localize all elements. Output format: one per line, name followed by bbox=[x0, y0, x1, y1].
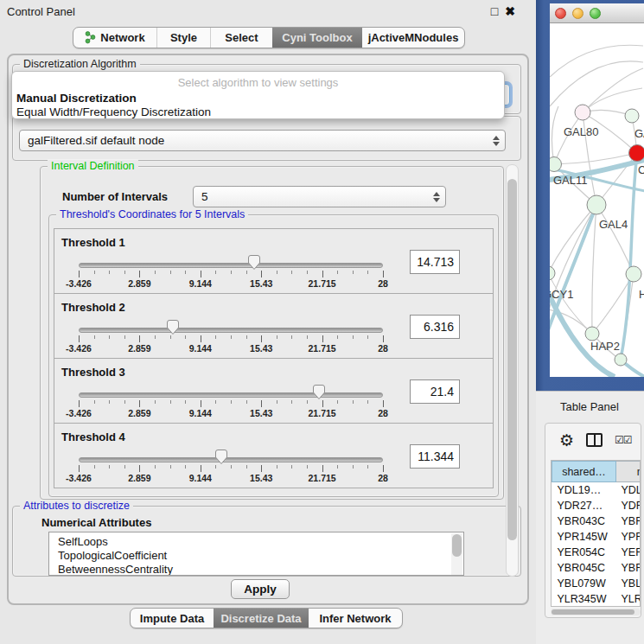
network-edge-teal[interactable] bbox=[621, 153, 637, 360]
network-node[interactable] bbox=[585, 327, 599, 341]
network-node[interactable] bbox=[550, 266, 555, 280]
node-table[interactable]: shared…name YDL19…YDL19…YDR27…YDR27…YBR0… bbox=[551, 460, 641, 607]
table-cell[interactable]: YBR043C bbox=[552, 513, 616, 529]
option-manual-discretization[interactable]: Manual Discretization bbox=[16, 92, 500, 105]
option-equal-width-frequency[interactable]: Equal Width/Frequency Discretization bbox=[16, 105, 500, 118]
table-data-select[interactable]: galFiltered.sif default node bbox=[19, 130, 506, 151]
tab-impute-data[interactable]: Impute Data bbox=[131, 609, 214, 628]
table-row[interactable]: YDL19…YDL19… bbox=[552, 482, 641, 498]
table-cell[interactable]: YLR345W bbox=[552, 591, 616, 607]
table-column-header[interactable]: shared… bbox=[552, 462, 616, 482]
attribute-list-item[interactable]: SelfLoops bbox=[58, 535, 463, 549]
tab-cyni-toolbox[interactable]: Cyni Toolbox bbox=[272, 28, 362, 48]
network-node[interactable] bbox=[615, 354, 627, 366]
network-edge[interactable] bbox=[592, 205, 596, 334]
slider-tick bbox=[322, 335, 323, 342]
attributes-list-scrollbar[interactable] bbox=[451, 533, 462, 575]
network-edge[interactable] bbox=[596, 205, 634, 274]
table-cell[interactable]: YER054C bbox=[616, 545, 641, 560]
network-node[interactable] bbox=[575, 105, 590, 120]
network-node[interactable] bbox=[625, 109, 639, 123]
threshold-value-field[interactable]: 6.316 bbox=[410, 315, 460, 339]
table-cell[interactable]: YDR27… bbox=[616, 498, 641, 513]
table-cell[interactable]: YBL079W bbox=[616, 576, 641, 591]
tab-infer-network[interactable]: Infer Network bbox=[309, 609, 402, 628]
table-row[interactable]: YER054CYER054C bbox=[552, 545, 641, 560]
settings-scrollbar-thumb[interactable] bbox=[507, 179, 517, 540]
threshold-value-field[interactable]: 21.4 bbox=[410, 379, 460, 404]
threshold-slider-thumb[interactable] bbox=[312, 384, 326, 400]
settings-scrollbar[interactable] bbox=[506, 164, 519, 577]
threshold-value-field[interactable]: 14.713 bbox=[410, 250, 460, 274]
table-cell[interactable]: YER054C bbox=[552, 545, 616, 560]
network-node[interactable] bbox=[629, 145, 644, 162]
attribute-list-item[interactable]: TopologicalCoefficient bbox=[58, 549, 463, 563]
table-row[interactable]: YIL052CYIL052C bbox=[552, 607, 641, 608]
slider-tick bbox=[201, 335, 201, 342]
split-view-icon[interactable] bbox=[586, 433, 603, 447]
network-edge-teal[interactable] bbox=[550, 205, 596, 345]
slider-tick bbox=[383, 465, 384, 472]
network-node[interactable] bbox=[626, 266, 641, 282]
table-cell[interactable]: YPR145W bbox=[552, 529, 616, 545]
table-cell[interactable]: YBR045C bbox=[552, 560, 616, 576]
gear-icon[interactable]: ⚙ bbox=[559, 432, 574, 449]
tab-jactivemnodules[interactable]: jActiveMNodules bbox=[362, 28, 464, 48]
table-cell[interactable]: YBR045C bbox=[616, 560, 641, 576]
threshold-slider-track[interactable] bbox=[79, 328, 383, 333]
select-columns-icon[interactable]: ☑☑ bbox=[615, 434, 632, 446]
threshold-slider-thumb[interactable] bbox=[247, 254, 261, 271]
network-edge[interactable] bbox=[550, 273, 592, 334]
threshold-slider-track[interactable] bbox=[79, 457, 383, 462]
threshold-slider-thumb[interactable] bbox=[214, 449, 228, 465]
table-cell[interactable]: YIL052C bbox=[552, 607, 616, 608]
table-row[interactable]: YBR043CYBR043C bbox=[552, 513, 641, 529]
slider-scale-label: 15.43 bbox=[250, 343, 272, 354]
tab-discretize-data[interactable]: Discretize Data bbox=[214, 609, 309, 628]
slider-tick bbox=[353, 400, 354, 404]
zoom-traffic-light-icon[interactable] bbox=[590, 8, 601, 19]
algorithm-placeholder-option[interactable]: Select algorithm to view settings bbox=[12, 76, 504, 89]
threshold-slider-thumb[interactable] bbox=[166, 319, 180, 335]
table-cell[interactable]: YDL19… bbox=[552, 482, 616, 498]
table-panel: Table Panel ⚙ ☑☑ shared…name YDL19…YDL19… bbox=[536, 391, 644, 644]
minimize-traffic-light-icon[interactable] bbox=[572, 8, 583, 19]
apply-button[interactable]: Apply bbox=[231, 579, 290, 599]
float-window-icon[interactable]: □ bbox=[491, 4, 498, 18]
table-cell[interactable]: YLR345W bbox=[616, 591, 641, 607]
network-node-label: GAL80 bbox=[564, 125, 598, 138]
table-column-header[interactable]: name bbox=[616, 462, 641, 482]
network-window-titlebar[interactable] bbox=[550, 3, 644, 23]
number-of-intervals-select[interactable]: 5 bbox=[193, 186, 446, 207]
slider-ticks bbox=[79, 465, 383, 473]
tab-select[interactable]: Select bbox=[210, 28, 272, 48]
table-row[interactable]: YDR27…YDR27… bbox=[552, 498, 641, 513]
table-row[interactable]: YBR045CYBR045C bbox=[552, 560, 641, 576]
network-canvas[interactable]: GAL80GAGAL11CGAL4GCY1HHAP2 bbox=[550, 23, 644, 377]
table-cell[interactable]: YBL079W bbox=[552, 576, 616, 591]
threshold-slider-track[interactable] bbox=[79, 392, 383, 398]
network-edge[interactable] bbox=[554, 112, 583, 164]
attribute-list-item[interactable]: BetweennessCentrality bbox=[58, 563, 463, 576]
table-cell[interactable]: YDL19… bbox=[616, 482, 641, 498]
network-node[interactable] bbox=[550, 157, 562, 172]
table-row[interactable]: YPR145WYPR145W bbox=[552, 529, 641, 545]
table-cell[interactable]: YIL052C bbox=[616, 607, 641, 608]
close-icon[interactable]: ✖ bbox=[505, 4, 515, 18]
table-row[interactable]: YLR345WYLR345W bbox=[552, 591, 641, 607]
table-row[interactable]: YBL079WYBL079W bbox=[552, 576, 641, 591]
table-cell[interactable]: YDR27… bbox=[552, 498, 616, 513]
network-node[interactable] bbox=[587, 195, 606, 214]
table-cell[interactable]: YPR145W bbox=[616, 529, 641, 545]
tab-style[interactable]: Style bbox=[156, 28, 210, 48]
table-horizontal-scrollbar[interactable] bbox=[551, 609, 641, 615]
threshold-value-field[interactable]: 11.344 bbox=[410, 444, 460, 469]
tab-network[interactable]: Network bbox=[73, 28, 156, 48]
slider-ticks bbox=[79, 400, 383, 408]
close-traffic-light-icon[interactable] bbox=[555, 8, 566, 19]
slider-tick bbox=[124, 465, 125, 469]
table-cell[interactable]: YBR043C bbox=[616, 513, 641, 529]
threshold-label: Threshold 1 bbox=[61, 236, 125, 249]
attributes-list[interactable]: SelfLoopsTopologicalCoefficientBetweenne… bbox=[48, 532, 464, 576]
threshold-slider-track[interactable] bbox=[79, 263, 383, 268]
